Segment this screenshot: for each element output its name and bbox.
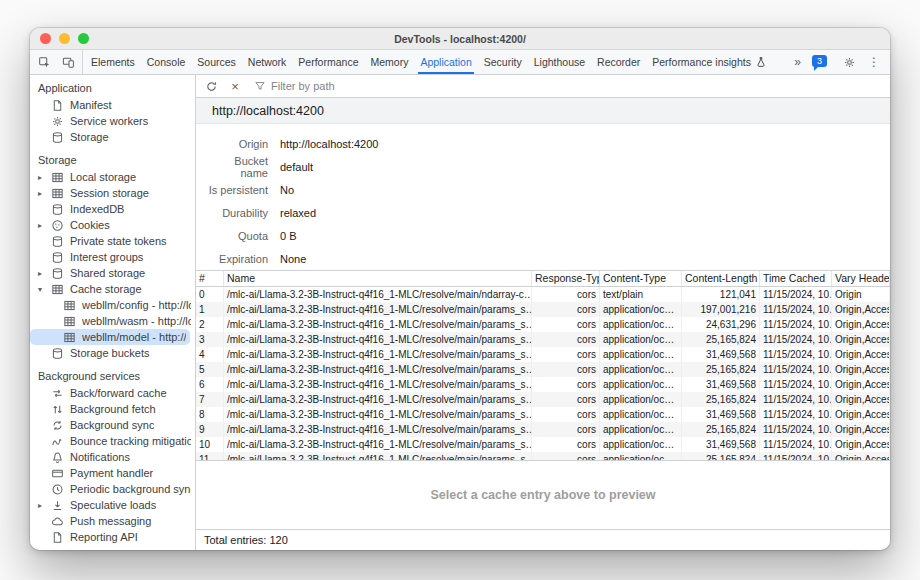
tab-security[interactable]: Security xyxy=(478,50,528,74)
zoom-window-button[interactable] xyxy=(78,33,89,44)
chevron-right-icon[interactable]: ▸ xyxy=(38,173,50,182)
minimize-window-button[interactable] xyxy=(59,33,70,44)
cache-entry-row[interactable]: 5/mlc-ai/Llama-3.2-3B-Instruct-q4f16_1-M… xyxy=(196,362,890,377)
cache-entry-row[interactable]: 6/mlc-ai/Llama-3.2-3B-Instruct-q4f16_1-M… xyxy=(196,377,890,392)
settings-gear-icon[interactable] xyxy=(837,50,861,74)
sidebar-item-payment-handler[interactable]: Payment handler xyxy=(30,465,195,481)
sidebar-item-speculative-loads[interactable]: ▸Speculative loads xyxy=(30,497,195,513)
column-header-[interactable]: # xyxy=(196,271,224,286)
sidebar-item-push-messaging[interactable]: Push messaging xyxy=(30,513,195,529)
console-messages-badge[interactable]: 3 xyxy=(812,55,827,67)
sidebar-item-label: Speculative loads xyxy=(70,499,156,511)
sidebar-item-reporting-api[interactable]: Reporting API xyxy=(30,529,195,545)
sidebar-section-application: ApplicationManifestService workersStorag… xyxy=(30,79,195,145)
column-header-vary-header[interactable]: Vary Header xyxy=(832,271,890,286)
gear-icon xyxy=(50,115,65,128)
filter-field[interactable]: Filter by path xyxy=(254,80,335,92)
chevron-right-icon[interactable]: ▸ xyxy=(38,189,50,198)
sidebar-item-background-sync[interactable]: Background sync xyxy=(30,417,195,433)
cache-entry-row[interactable]: 0/mlc-ai/Llama-3.2-3B-Instruct-q4f16_1-M… xyxy=(196,287,890,302)
device-toolbar-icon[interactable] xyxy=(56,50,80,74)
sidebar-item-periodic-background-sync[interactable]: Periodic background sync xyxy=(30,481,195,497)
refresh-icon[interactable] xyxy=(200,76,222,96)
more-menu-icon[interactable]: ⋮ xyxy=(864,55,884,69)
tab-performance[interactable]: Performance xyxy=(292,50,364,74)
sidebar-item-cache-storage[interactable]: ▾Cache storage xyxy=(30,281,195,297)
inspect-element-icon[interactable] xyxy=(32,50,56,74)
sidebar-item-shared-storage[interactable]: ▸Shared storage xyxy=(30,265,195,281)
cell-content-length: 24,631,296 xyxy=(682,317,760,332)
chevron-right-icon[interactable]: ▸ xyxy=(38,501,50,510)
tab-console[interactable]: Console xyxy=(141,50,192,74)
column-header-name[interactable]: Name xyxy=(224,271,532,286)
devtools-tabbar: ElementsConsoleSourcesNetworkPerformance… xyxy=(30,50,890,75)
tab-memory[interactable]: Memory xyxy=(364,50,414,74)
cache-entry-row[interactable]: 7/mlc-ai/Llama-3.2-3B-Instruct-q4f16_1-M… xyxy=(196,392,890,407)
more-panels-icon[interactable]: » xyxy=(790,55,805,69)
sidebar-item-interest-groups[interactable]: Interest groups xyxy=(30,249,195,265)
cache-entry-row[interactable]: 11/mlc-ai/Llama-3.2-3B-Instruct-q4f16_1-… xyxy=(196,452,890,461)
sidebar-item-local-storage[interactable]: ▸Local storage xyxy=(30,169,195,185)
cell-content-type: application/oc… xyxy=(600,377,682,392)
metadata-value: http://localhost:4200 xyxy=(280,138,378,150)
refresh-icon xyxy=(205,80,218,93)
sidebar-item-indexeddb[interactable]: IndexedDB xyxy=(30,201,195,217)
flask-icon xyxy=(755,56,767,68)
sidebar-item-storage[interactable]: Storage xyxy=(30,129,195,145)
sidebar-item-label: Private state tokens xyxy=(70,235,167,247)
tab-performance-insights[interactable]: Performance insights xyxy=(646,50,773,74)
chevron-down-icon[interactable]: ▾ xyxy=(38,285,50,294)
tab-label: Elements xyxy=(91,56,135,68)
cache-entry-row[interactable]: 3/mlc-ai/Llama-3.2-3B-Instruct-q4f16_1-M… xyxy=(196,332,890,347)
cache-entry-row[interactable]: 9/mlc-ai/Llama-3.2-3B-Instruct-q4f16_1-M… xyxy=(196,422,890,437)
chevron-right-icon[interactable]: ▸ xyxy=(38,221,50,230)
sidebar-section-title: Storage xyxy=(30,151,195,169)
cell-response-type: cors xyxy=(532,392,600,407)
sidebar-item-manifest[interactable]: Manifest xyxy=(30,97,195,113)
database-icon xyxy=(50,131,65,144)
delete-selected-icon[interactable]: × xyxy=(224,76,246,96)
close-window-button[interactable] xyxy=(40,33,51,44)
tab-recorder[interactable]: Recorder xyxy=(591,50,646,74)
sidebar-item-session-storage[interactable]: ▸Session storage xyxy=(30,185,195,201)
cache-preview-area: Select a cache entry above to preview xyxy=(196,461,890,529)
cell-name: /mlc-ai/Llama-3.2-3B-Instruct-q4f16_1-ML… xyxy=(224,332,532,347)
column-header-response-type[interactable]: Response-Type xyxy=(532,271,600,286)
sidebar-item-back-forward-cache[interactable]: Back/forward cache xyxy=(30,385,195,401)
column-header-time-cached[interactable]: Time Cached xyxy=(760,271,832,286)
sidebar-item-notifications[interactable]: Notifications xyxy=(30,449,195,465)
cell-time-cached: 11/15/2024, 10… xyxy=(760,317,832,332)
sidebar-item-private-state-tokens[interactable]: Private state tokens xyxy=(30,233,195,249)
column-header-content-type[interactable]: Content-Type xyxy=(600,271,682,286)
cache-entry-row[interactable]: 8/mlc-ai/Llama-3.2-3B-Instruct-q4f16_1-M… xyxy=(196,407,890,422)
cell-: 2 xyxy=(196,317,224,332)
sidebar-item-webllm-config-http-loc[interactable]: webllm/config - http://loc… xyxy=(30,297,195,313)
sidebar-item-service-workers[interactable]: Service workers xyxy=(30,113,195,129)
metadata-label: Quota xyxy=(206,230,268,242)
sidebar-item-background-fetch[interactable]: Background fetch xyxy=(30,401,195,417)
sidebar-item-storage-buckets[interactable]: Storage buckets xyxy=(30,345,195,361)
cache-entry-row[interactable]: 1/mlc-ai/Llama-3.2-3B-Instruct-q4f16_1-M… xyxy=(196,302,890,317)
cell-vary-header: Origin,Access… xyxy=(832,377,890,392)
sidebar-item-webllm-model-http-loc[interactable]: webllm/model - http://loc… xyxy=(30,329,190,345)
chevron-right-icon[interactable]: ▸ xyxy=(38,269,50,278)
cell-: 7 xyxy=(196,392,224,407)
tab-application[interactable]: Application xyxy=(414,50,477,74)
sidebar-item-bounce-tracking-mitigations[interactable]: Bounce tracking mitigations xyxy=(30,433,195,449)
metadata-row-bucket-name: Bucket namedefault xyxy=(206,155,890,178)
cell-content-type: application/oc… xyxy=(600,437,682,452)
cache-entry-row[interactable]: 4/mlc-ai/Llama-3.2-3B-Instruct-q4f16_1-M… xyxy=(196,347,890,362)
tab-label: Performance insights xyxy=(652,56,751,68)
sidebar-item-cookies[interactable]: ▸Cookies xyxy=(30,217,195,233)
tab-elements[interactable]: Elements xyxy=(85,50,141,74)
cell-content-type: text/plain xyxy=(600,287,682,302)
cache-entry-row[interactable]: 10/mlc-ai/Llama-3.2-3B-Instruct-q4f16_1-… xyxy=(196,437,890,452)
cache-entry-row[interactable]: 2/mlc-ai/Llama-3.2-3B-Instruct-q4f16_1-M… xyxy=(196,317,890,332)
column-header-content-length[interactable]: Content-Length xyxy=(682,271,760,286)
tab-network[interactable]: Network xyxy=(242,50,293,74)
tab-lighthouse[interactable]: Lighthouse xyxy=(528,50,591,74)
database-icon xyxy=(50,347,65,360)
sidebar-item-webllm-wasm-http-loca[interactable]: webllm/wasm - http://loca… xyxy=(30,313,195,329)
tab-sources[interactable]: Sources xyxy=(191,50,242,74)
sidebar-item-label: Interest groups xyxy=(70,251,143,263)
